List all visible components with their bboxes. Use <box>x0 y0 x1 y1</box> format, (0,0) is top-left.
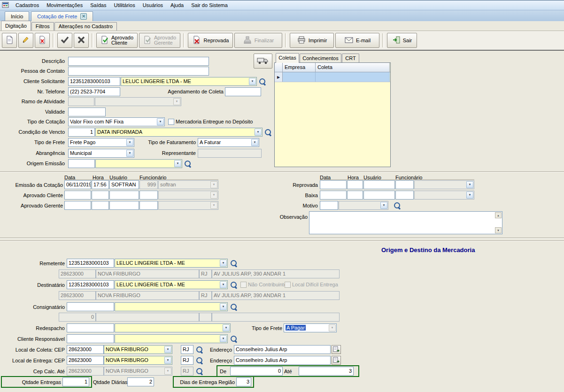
aprov-gerente-func-input[interactable] <box>139 201 158 210</box>
chevron-down-icon[interactable]: ▼ <box>157 118 164 125</box>
mercadoria-deposito-checkbox[interactable] <box>168 119 174 125</box>
chevron-down-icon[interactable]: ▼ <box>126 150 133 157</box>
chevron-down-icon[interactable]: ▼ <box>380 202 387 209</box>
ramo-atividade-combo[interactable]: ▼ <box>95 97 181 106</box>
local-coleta-cidade-combo[interactable]: NOVA FRIBURGO ▼ <box>104 345 172 354</box>
menu-ajuda[interactable]: Ajuda <box>167 0 187 10</box>
endereco-coleta-input[interactable]: Conselheiro Julius Arp <box>234 345 331 354</box>
consignatario-cep-input[interactable]: 0 <box>59 313 96 322</box>
search-icon[interactable] <box>230 260 238 267</box>
cep-calc-cidade-combo[interactable]: NOVA FRIBURGO ▼ <box>104 367 172 376</box>
cell-coleta[interactable] <box>316 72 390 82</box>
baixa-func-combo[interactable]: ▼ <box>414 191 474 200</box>
cliente-responsavel-code-input[interactable] <box>67 334 114 343</box>
remetente-cep-input[interactable]: 28623000 <box>59 269 96 278</box>
aprovado-gerente-button[interactable]: Aprovado Gerente <box>139 33 180 48</box>
aprov-cliente-usuario-input[interactable] <box>109 191 139 200</box>
menu-sair-do-sistema[interactable]: Sair do Sistema <box>187 0 232 10</box>
tab-digitacao[interactable]: Digitação <box>1 21 31 31</box>
baixa-data-input[interactable] <box>320 191 347 200</box>
aprov-gerente-usuario-input[interactable] <box>109 201 139 210</box>
chevron-down-icon[interactable]: ▼ <box>164 357 171 364</box>
validade-input[interactable] <box>68 108 106 116</box>
truck-button[interactable] <box>254 54 272 69</box>
chevron-down-icon[interactable]: ▼ <box>164 346 171 353</box>
tipo-frete-destino-combo[interactable]: A Pagar ▼ <box>284 323 337 332</box>
local-entrega-cep-input[interactable]: 28623000 <box>67 356 104 365</box>
menu-utilitarios[interactable]: Utilitários <box>110 0 139 10</box>
destinatario-code-input[interactable]: 12351283000103 <box>67 280 114 289</box>
confirm-button[interactable] <box>57 33 72 48</box>
edit-record-button[interactable] <box>18 33 33 48</box>
remetente-endereco-input[interactable]: AV JULIUS ARP, 390 ANDAR 1 <box>212 269 340 278</box>
emissao-func-combo[interactable]: softran ▼ <box>158 180 218 189</box>
aprov-cliente-func-input[interactable] <box>139 191 158 200</box>
remetente-cidade-input[interactable]: NOVA FRIBURGO <box>96 269 199 278</box>
tipo-frete-combo[interactable]: Frete Pago ▼ <box>68 138 134 147</box>
menu-usuarios[interactable]: Usuários <box>139 0 167 10</box>
remetente-uf-input[interactable]: RJ <box>199 269 212 278</box>
search-icon[interactable] <box>196 368 203 375</box>
reprovada-func-combo[interactable]: ▼ <box>414 180 474 189</box>
chevron-down-icon[interactable]: ▼ <box>466 181 473 188</box>
nao-contribuinte-checkbox[interactable] <box>240 282 247 288</box>
search-icon[interactable] <box>394 202 401 209</box>
dias-entrega-input[interactable]: 3 <box>236 377 251 386</box>
tipo-cotacao-combo[interactable]: Valor Fixo com NF Fixa ▼ <box>68 117 165 126</box>
aprov-cliente-hora-input[interactable] <box>92 191 109 200</box>
condicao-vencto-combo[interactable]: DATA INFORMADA ▼ <box>95 128 263 137</box>
cep-calc-uf-input[interactable]: RJ <box>181 367 193 376</box>
abrangencia-combo[interactable]: Municipal ▼ <box>68 149 134 158</box>
cliente-solicitante-code-input[interactable]: 12351283000103 <box>68 77 120 86</box>
chevron-down-icon[interactable]: ▼ <box>220 335 227 342</box>
aprov-cliente-data-input[interactable] <box>64 191 91 200</box>
emissao-usuario-input[interactable]: SOFTRAN <box>109 180 139 189</box>
imprimir-button[interactable]: Imprimir <box>290 33 334 48</box>
table-row[interactable]: ▶ <box>275 72 390 82</box>
endereco-coleta-lookup-button[interactable] <box>332 345 341 354</box>
chevron-down-icon[interactable]: ▼ <box>220 303 227 310</box>
emissao-hora-input[interactable]: 17:56 <box>92 180 109 189</box>
endereco-entrega-lookup-button[interactable] <box>332 356 341 365</box>
search-icon[interactable] <box>230 303 238 311</box>
tab-alteracoes-cadastro[interactable]: Alterações no Cadastro <box>54 22 117 31</box>
agendamento-coleta-input[interactable] <box>225 87 261 96</box>
baixa-usuario-input[interactable] <box>363 191 395 200</box>
pessoa-contato-input[interactable] <box>68 67 209 76</box>
local-dificil-checkbox[interactable] <box>285 282 291 288</box>
qtdade-entregas-input[interactable]: 1 <box>62 377 89 386</box>
aprov-gerente-func-combo[interactable]: ▼ <box>158 201 218 210</box>
ate-input[interactable]: 3 <box>299 367 354 376</box>
aprov-gerente-hora-input[interactable] <box>92 201 109 210</box>
destinatario-endereco-input[interactable]: AV JULIUS ARP, 390 ANDAR 1 <box>212 291 340 300</box>
nr-telefone-input[interactable]: (22) 2523-7704 <box>68 87 120 96</box>
search-icon[interactable] <box>184 160 192 168</box>
reprovada-data-input[interactable] <box>320 180 347 189</box>
consignatario-uf-input[interactable] <box>199 313 212 322</box>
chevron-down-icon[interactable]: ▼ <box>466 192 473 199</box>
search-icon[interactable] <box>230 281 238 289</box>
column-header-coleta[interactable]: Coleta <box>316 63 390 72</box>
endereco-entrega-input[interactable]: Conselheiro Julius Arp <box>234 356 331 365</box>
condicao-vencto-code-input[interactable]: 1 <box>68 128 95 137</box>
chevron-down-icon[interactable]: ▼ <box>174 160 181 167</box>
cancel-button[interactable] <box>74 33 89 48</box>
chevron-down-icon[interactable]: ▼ <box>220 260 227 267</box>
menu-saidas[interactable]: Saídas <box>86 0 110 10</box>
chevron-down-icon[interactable]: ▼ <box>251 139 258 146</box>
de-input[interactable]: 0 <box>230 367 283 376</box>
local-entrega-cidade-combo[interactable]: NOVA FRIBURGO ▼ <box>104 356 172 365</box>
tipo-faturamento-combo[interactable]: A Faturar ▼ <box>198 138 259 147</box>
search-icon[interactable] <box>259 78 266 85</box>
sair-button[interactable]: Sair <box>387 33 417 48</box>
reprovada-button[interactable]: Reprovada <box>188 33 233 48</box>
aprov-cliente-func-combo[interactable]: ▼ <box>158 191 218 200</box>
qtdade-diarias-input[interactable]: 2 <box>127 377 154 386</box>
menu-cadastros[interactable]: Cadastros <box>12 0 43 10</box>
chevron-down-icon[interactable]: ▼ <box>223 324 230 331</box>
tab-inicio[interactable]: Início <box>5 11 29 21</box>
reprovada-hora-input[interactable] <box>347 180 363 189</box>
chevron-down-icon[interactable]: ▼ <box>126 139 133 146</box>
close-tab-icon[interactable]: ✕ <box>80 13 87 20</box>
motivo-combo[interactable]: ▼ <box>339 201 388 210</box>
